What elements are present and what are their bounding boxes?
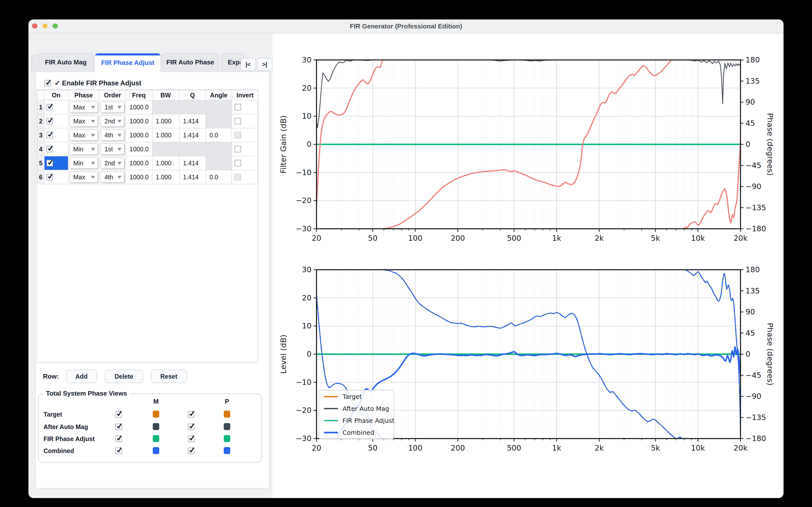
svg-text:−90: −90: [746, 182, 761, 191]
enable-fir-phase-adjust-checkbox[interactable]: [45, 80, 51, 86]
cell-phase-row5: Min: [68, 156, 99, 170]
chevron-down-icon: [117, 106, 121, 109]
tab-scroll-prev-button[interactable]: |<: [241, 58, 256, 71]
svg-text:20: 20: [302, 293, 311, 302]
row-header-1[interactable]: 1: [37, 100, 44, 114]
on-checkbox-row3[interactable]: [47, 132, 53, 138]
invert-checkbox-row6[interactable]: [235, 174, 241, 180]
window-title: FIR Generator (Professional Edition): [29, 19, 783, 33]
series-group: [316, 58, 741, 229]
p-color-swatch[interactable]: [224, 447, 230, 454]
row-actions-label: Row:: [43, 373, 59, 380]
row-header-5[interactable]: 5: [37, 156, 44, 170]
invert-checkbox-row5[interactable]: [235, 160, 241, 166]
p-color-swatch[interactable]: [224, 423, 230, 430]
svg-text:−45: −45: [746, 371, 761, 380]
tab-content-card: ✓ Enable FIR Phase Adjust OnPhaseOrderFr…: [35, 71, 269, 489]
m-checkbox-target[interactable]: [115, 411, 122, 417]
m-color-swatch[interactable]: [153, 447, 159, 454]
p-checkbox-combined[interactable]: [188, 447, 194, 454]
cell-bw-row2[interactable]: 1.000: [152, 114, 179, 128]
phase-dropdown-row6[interactable]: Max: [69, 171, 98, 183]
svg-text:200: 200: [451, 444, 465, 452]
tab-fir-auto-phase[interactable]: FIR Auto Phase: [162, 53, 219, 71]
row-header-4[interactable]: 4: [37, 142, 44, 156]
svg-text:FIR Phase Adjust: FIR Phase Adjust: [343, 417, 395, 424]
order-dropdown-row1[interactable]: 1st: [101, 101, 124, 113]
order-dropdown-row4[interactable]: 1st: [101, 144, 124, 155]
cell-bw-row1: [152, 100, 179, 114]
row-header-3[interactable]: 3: [37, 128, 44, 142]
m-color-swatch[interactable]: [153, 435, 159, 442]
chevron-down-icon: [117, 120, 121, 123]
p-color-swatch[interactable]: [224, 435, 230, 442]
cell-q-row6[interactable]: 1.414: [179, 170, 206, 184]
m-checkbox-fir-phase-adjust[interactable]: [115, 435, 122, 442]
cell-bw-row5[interactable]: 1.000: [152, 156, 179, 170]
cell-freq-row5[interactable]: 1000.0: [126, 156, 152, 170]
tab-fir-auto-mag[interactable]: FIR Auto Mag: [38, 53, 94, 71]
phase-dropdown-row3[interactable]: Max: [69, 129, 98, 141]
tab-scroll-next-button[interactable]: >|: [257, 58, 272, 71]
column-header-angle: Angle: [206, 90, 232, 100]
m-color-swatch[interactable]: [153, 423, 159, 430]
p-checkbox-fir-phase-adjust[interactable]: [188, 435, 194, 442]
cell-on-row4[interactable]: [44, 142, 68, 156]
invert-checkbox-row2[interactable]: [235, 118, 241, 124]
svg-text:−10: −10: [296, 168, 311, 177]
cell-freq-row4[interactable]: 1000.0: [126, 142, 152, 156]
row-header-2[interactable]: 2: [37, 114, 44, 128]
tab-fir-phase-adjust[interactable]: FIR Phase Adjust: [95, 53, 161, 72]
cell-on-row5[interactable]: [44, 156, 68, 170]
p-checkbox-after-auto-mag[interactable]: [188, 423, 194, 430]
row-header-6[interactable]: 6: [37, 170, 44, 184]
p-color-swatch[interactable]: [224, 410, 230, 417]
invert-checkbox-row4[interactable]: [235, 146, 241, 152]
cell-on-row2[interactable]: [44, 114, 68, 128]
cell-freq-row3[interactable]: 1000.0: [126, 128, 152, 142]
reset-button[interactable]: Reset: [151, 370, 187, 383]
order-dropdown-row3[interactable]: 4th: [101, 129, 124, 141]
add-button[interactable]: Add: [66, 370, 97, 383]
cell-bw-row3[interactable]: 1.000: [152, 128, 179, 142]
on-checkbox-row2[interactable]: [47, 118, 53, 124]
m-checkbox-combined[interactable]: [115, 447, 122, 454]
enable-fir-phase-adjust-row: ✓ Enable FIR Phase Adjust: [45, 79, 141, 87]
order-dropdown-row5[interactable]: 2nd: [101, 157, 124, 169]
order-dropdown-row6[interactable]: 4th: [101, 171, 124, 183]
cell-angle-row3[interactable]: 0.0: [206, 128, 232, 142]
cell-freq-row2[interactable]: 1000.0: [126, 114, 152, 128]
cell-freq-row1[interactable]: 1000.0: [126, 100, 152, 114]
cell-bw-row6[interactable]: 1.000: [152, 170, 179, 184]
on-checkbox-row6[interactable]: [47, 174, 53, 180]
cell-on-row1[interactable]: [44, 100, 68, 114]
order-dropdown-row2[interactable]: 2nd: [101, 115, 124, 127]
delete-button[interactable]: Delete: [105, 370, 143, 383]
cell-q-row3[interactable]: 1.414: [179, 128, 206, 142]
cell-freq-row6[interactable]: 1000.0: [126, 170, 152, 184]
table-row: 4Min1st1000.0: [37, 142, 258, 156]
on-checkbox-row5[interactable]: [47, 160, 53, 166]
invert-checkbox-row3[interactable]: [235, 132, 241, 138]
cell-angle-row6[interactable]: 0.0: [206, 170, 232, 184]
cell-q-row5[interactable]: 1.414: [179, 156, 206, 170]
phase-dropdown-row1[interactable]: Max: [69, 101, 98, 113]
phase-dropdown-row2[interactable]: Max: [69, 115, 98, 127]
p-checkbox-target[interactable]: [188, 411, 194, 417]
on-checkbox-row1[interactable]: [47, 104, 53, 110]
series-after-auto-mag-level-under-: [337, 347, 741, 440]
svg-text:20k: 20k: [733, 444, 748, 452]
title-bar[interactable]: FIR Generator (Professional Edition): [29, 19, 783, 34]
chevron-down-icon: [117, 162, 121, 165]
cell-q-row2[interactable]: 1.414: [179, 114, 206, 128]
phase-dropdown-row4[interactable]: Min: [69, 144, 98, 155]
invert-checkbox-row1[interactable]: [235, 104, 241, 110]
phase-dropdown-row5[interactable]: Min: [69, 157, 98, 169]
cell-on-row6[interactable]: [44, 170, 68, 184]
on-checkbox-row4[interactable]: [47, 146, 53, 152]
m-color-swatch[interactable]: [153, 410, 159, 417]
cell-on-row3[interactable]: [44, 128, 68, 142]
svg-text:20: 20: [312, 444, 321, 452]
svg-text:After Auto Mag: After Auto Mag: [343, 405, 389, 412]
m-checkbox-after-auto-mag[interactable]: [115, 423, 122, 430]
